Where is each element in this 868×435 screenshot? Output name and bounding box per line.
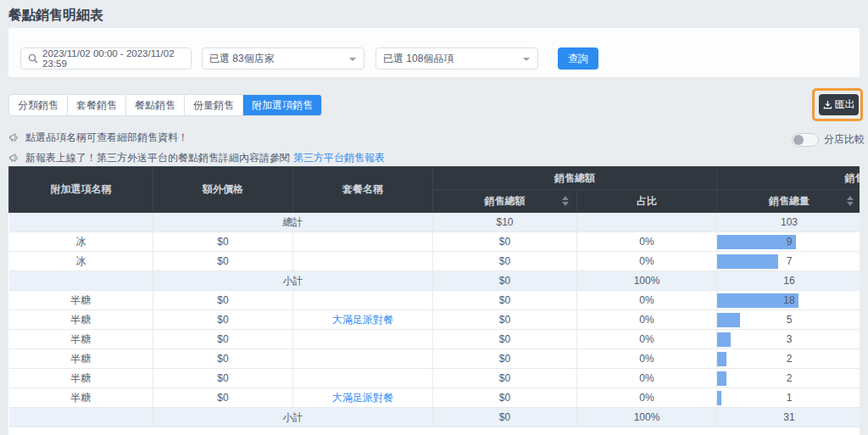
notice-item-clickable: 點選品項名稱可查看細部銷售資料！ — [8, 131, 188, 145]
tab-meal-sales[interactable]: 餐點銷售 — [126, 95, 185, 115]
cell-amount: $0 — [433, 330, 577, 349]
table-row: 冰$0$00%9 — [9, 232, 860, 252]
table-row: 小計$0100%31 — [9, 408, 860, 427]
cell-amount: $0 — [433, 232, 577, 252]
cell-addon-name: 半糖 — [9, 310, 153, 330]
table-row: 冰$0$00%7 — [9, 252, 860, 271]
table-row: 總計$10103 — [9, 213, 860, 232]
sales-table: 附加選項名稱 額外價格 套餐名稱 銷售總額 銷售總量 銷售總額 占比 銷售總量 … — [8, 166, 860, 427]
combo-link[interactable]: 大滿足派對餐 — [332, 314, 393, 326]
cell-extra-price: $0 — [153, 252, 293, 271]
qty-value: 2 — [787, 372, 793, 384]
cell-ratio: 0% — [577, 291, 717, 310]
megaphone-icon — [8, 132, 20, 143]
cell-ratio: 100% — [577, 271, 717, 291]
item-select-value: 已選 108個品項 — [383, 52, 453, 66]
cell-addon-name: 半糖 — [9, 330, 153, 349]
table-row: 半糖$0大滿足派對餐$00%1 — [9, 388, 860, 408]
combo-link[interactable]: 大滿足派對餐 — [332, 392, 393, 404]
cell-qty: 18 — [717, 291, 860, 310]
qty-value: 2 — [787, 353, 793, 365]
qty-value: 7 — [787, 255, 793, 267]
download-icon — [823, 100, 832, 109]
cell-combo-name: 大滿足派對餐 — [293, 388, 433, 408]
tab-category-sales[interactable]: 分類銷售 — [9, 95, 68, 115]
cell-qty: 3 — [717, 330, 860, 349]
cell-combo-name — [293, 349, 433, 369]
table-row: 半糖$0$00%18 — [9, 291, 860, 310]
export-button[interactable]: 匯出 — [819, 94, 859, 115]
qty-value: 1 — [787, 392, 793, 404]
store-select[interactable]: 已選 83個店家 — [202, 47, 364, 70]
third-party-report-link[interactable]: 第三方平台銷售報表 — [293, 151, 385, 165]
notice-text: 新報表上線了！第三方外送平台的餐點銷售詳細內容請參閱 — [25, 151, 290, 165]
tab-addon-sales[interactable]: 附加選項銷售 — [243, 95, 321, 115]
filter-bar: 2023/11/02 00:00 - 2023/11/02 23:59 已選 8… — [8, 28, 860, 77]
table-row: 小計$0100%16 — [9, 271, 860, 291]
tab-combo-sales[interactable]: 套餐銷售 — [68, 95, 126, 115]
cell-ratio: 0% — [577, 369, 717, 388]
cell-extra-price: $0 — [153, 330, 293, 349]
header-group-amount: 銷售總額 — [433, 167, 717, 190]
cell-addon-name: 半糖 — [9, 388, 153, 408]
cell-ratio: 100% — [577, 408, 717, 427]
table-row: 半糖$0$00%3 — [9, 330, 860, 349]
subtotal-label: 小計 — [153, 408, 433, 427]
qty-bar — [717, 235, 796, 249]
cell-addon-name: 半糖 — [9, 291, 153, 310]
branch-compare-toggle[interactable] — [792, 133, 819, 147]
cell-extra-price: $0 — [153, 291, 293, 310]
cell-addon-name: 半糖 — [9, 349, 153, 369]
cell-qty: 7 — [717, 252, 860, 271]
cell-qty: 31 — [717, 408, 860, 427]
tab-portion-sales[interactable]: 份量銷售 — [185, 95, 243, 115]
cell-extra-price: $0 — [153, 310, 293, 330]
cell-qty: 1 — [717, 388, 860, 408]
cell-qty: 103 — [717, 213, 860, 232]
cell-empty — [9, 213, 153, 232]
qty-value: 9 — [787, 236, 793, 248]
cell-combo-name — [293, 291, 433, 310]
cell-combo-name — [293, 232, 433, 252]
cell-extra-price: $0 — [153, 388, 293, 408]
sort-icon[interactable] — [562, 196, 569, 206]
item-select[interactable]: 已選 108個品項 — [376, 47, 538, 70]
notice-text: 點選品項名稱可查看細部銷售資料！ — [25, 131, 188, 145]
cell-qty: 9 — [717, 232, 860, 252]
store-select-value: 已選 83個店家 — [209, 52, 275, 66]
cell-addon-name: 半糖 — [9, 369, 153, 388]
tabs: 分類銷售套餐銷售餐點銷售份量銷售附加選項銷售 — [8, 94, 322, 116]
cell-amount: $0 — [433, 271, 577, 291]
megaphone-icon — [8, 153, 20, 164]
qty-value: 5 — [787, 314, 793, 326]
cell-qty: 2 — [717, 369, 860, 388]
header-sub-ratio: 占比 — [577, 190, 717, 213]
cell-extra-price: $0 — [153, 369, 293, 388]
sales-table-body: 總計$10103冰$0$00%9冰$0$00%7小計$0100%16半糖$0$0… — [9, 213, 860, 427]
cell-addon-name: 冰 — [9, 252, 153, 271]
query-button[interactable]: 查詢 — [558, 47, 598, 70]
qty-bar — [717, 313, 740, 327]
sort-icon[interactable] — [847, 196, 854, 206]
cell-ratio: 0% — [577, 252, 717, 271]
qty-value: 3 — [787, 333, 793, 345]
cell-ratio: 0% — [577, 388, 717, 408]
date-range-input[interactable]: 2023/11/02 00:00 - 2023/11/02 23:59 — [20, 47, 192, 70]
header-extra-price: 額外價格 — [153, 167, 293, 213]
cell-amount: $0 — [433, 252, 577, 271]
export-button-label: 匯出 — [835, 98, 855, 112]
cell-amount: $0 — [433, 291, 577, 310]
table-row: 半糖$0大滿足派對餐$00%5 — [9, 310, 860, 330]
cell-ratio: 0% — [577, 310, 717, 330]
cell-combo-name — [293, 252, 433, 271]
chevron-down-icon — [349, 58, 356, 61]
qty-bar — [717, 332, 731, 347]
cell-amount: $0 — [433, 408, 577, 427]
chevron-down-icon — [523, 58, 530, 61]
header-combo-name: 套餐名稱 — [293, 167, 433, 213]
search-icon — [28, 53, 38, 64]
cell-ratio: 0% — [577, 232, 717, 252]
header-sub-amount: 銷售總額 — [433, 190, 577, 213]
cell-amount: $10 — [433, 213, 577, 232]
table-row: 半糖$0$00%2 — [9, 349, 860, 369]
